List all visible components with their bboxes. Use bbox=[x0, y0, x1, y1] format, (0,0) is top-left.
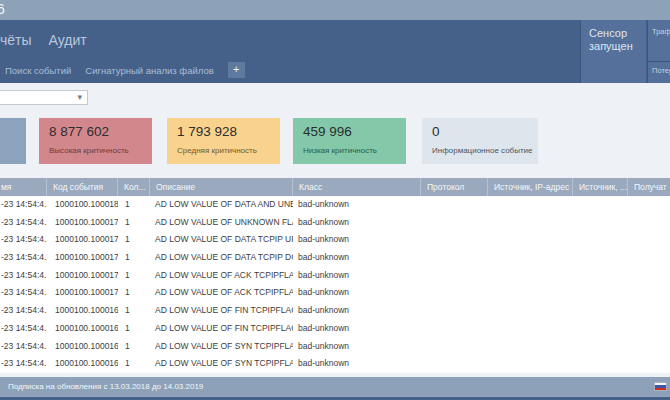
table-cell: bad-unknown bbox=[293, 302, 421, 320]
table-cell: 1000100.1000172 bbox=[47, 267, 118, 285]
table-cell bbox=[628, 284, 670, 302]
table-cell bbox=[488, 196, 573, 214]
card-value: 8 877 602 bbox=[49, 124, 152, 140]
table-cell bbox=[421, 302, 488, 320]
table-cell: AD LOW VALUE OF DATA AND UNE... bbox=[150, 196, 293, 214]
column-header[interactable]: Описание bbox=[150, 178, 293, 196]
menu-item-reports[interactable]: чёты bbox=[0, 32, 32, 48]
table-cell: 1 bbox=[118, 231, 150, 249]
table-cell bbox=[573, 231, 628, 249]
subscription-text: Подписка на обновления с 13.03.2018 до 1… bbox=[8, 382, 203, 391]
table-row[interactable]: -23 14:54:4...1000100.10001721AD LOW VAL… bbox=[0, 267, 670, 285]
table-cell bbox=[628, 320, 670, 338]
table-cell bbox=[628, 267, 670, 285]
table-cell: 1000100.1000176 bbox=[47, 231, 118, 249]
table-cell bbox=[421, 320, 488, 338]
table-cell bbox=[488, 267, 573, 285]
table-row[interactable]: -23 14:54:4...1000100.10001681AD LOW VAL… bbox=[0, 302, 670, 320]
table-row[interactable]: -23 14:54:4...1000100.10001641AD LOW VAL… bbox=[0, 338, 670, 356]
table-cell: 1000100.1000178 bbox=[47, 214, 118, 232]
table-body: -23 14:54:4...1000100.10001801AD LOW VAL… bbox=[0, 196, 670, 373]
table-cell: bad-unknown bbox=[293, 196, 421, 214]
column-header[interactable]: Протокол bbox=[421, 178, 488, 196]
table-cell bbox=[628, 338, 670, 356]
table-cell: 1000100.1000180 bbox=[47, 196, 118, 214]
table-row[interactable]: -23 14:54:4...1000100.10001741AD LOW VAL… bbox=[0, 249, 670, 267]
column-header[interactable]: Источник, IP-адрес bbox=[488, 178, 573, 196]
table-cell: AD LOW VALUE OF SYN TCPIPFLAG... bbox=[150, 338, 293, 356]
table-cell bbox=[573, 214, 628, 232]
card-label: Средняя критичность bbox=[177, 146, 280, 155]
filter-combobox[interactable]: ▾ bbox=[0, 90, 88, 105]
traffic-panel: Трафик Потери bbox=[647, 20, 670, 83]
table-cell: AD LOW VALUE OF UNKNOWN FLA... bbox=[150, 214, 293, 232]
column-header[interactable]: Класс bbox=[293, 178, 421, 196]
table-cell bbox=[628, 196, 670, 214]
sensor-status-line1: Сенсор bbox=[589, 27, 646, 40]
table-cell: 1000100.1000168 bbox=[47, 302, 118, 320]
window-title-fragment: 6 bbox=[0, 1, 5, 17]
table-row[interactable]: -23 14:54:4...1000100.10001701AD LOW VAL… bbox=[0, 284, 670, 302]
table-cell bbox=[628, 214, 670, 232]
table-cell: 1000100.1000164 bbox=[47, 338, 118, 356]
table-cell bbox=[421, 338, 488, 356]
table-row[interactable]: -23 14:54:4...1000100.10001801AD LOW VAL… bbox=[0, 196, 670, 214]
column-header[interactable]: Код события bbox=[47, 178, 118, 196]
table-cell bbox=[488, 302, 573, 320]
table-cell bbox=[488, 214, 573, 232]
table-cell: AD LOW VALUE OF DATA TCPIP UPL... bbox=[150, 231, 293, 249]
window-titlebar: 6 bbox=[0, 0, 670, 20]
table-cell bbox=[573, 302, 628, 320]
table-row[interactable]: -23 14:54:4...1000100.10001661AD LOW VAL… bbox=[0, 320, 670, 338]
table-cell bbox=[421, 284, 488, 302]
card-low-severity[interactable]: 459 996Низкая критичность bbox=[293, 118, 406, 164]
table-cell: bad-unknown bbox=[293, 231, 421, 249]
tab-signature-file-analysis[interactable]: Сигнатурный анализ файлов bbox=[85, 65, 213, 76]
column-header[interactable]: Кол... bbox=[118, 178, 150, 196]
card-value: 459 996 bbox=[303, 124, 406, 140]
chevron-down-icon[interactable]: ▾ bbox=[77, 91, 82, 104]
column-header[interactable]: Источник, ... bbox=[573, 178, 628, 196]
table-row[interactable]: -23 14:54:4...1000100.10001781AD LOW VAL… bbox=[0, 214, 670, 232]
menu-item-audit[interactable]: Аудит bbox=[49, 32, 87, 48]
table-cell bbox=[573, 320, 628, 338]
table-cell bbox=[573, 355, 628, 373]
table-cell: -23 14:54:4... bbox=[0, 249, 47, 267]
table-cell: -23 14:54:4... bbox=[0, 302, 47, 320]
add-tab-button[interactable]: + bbox=[228, 62, 245, 78]
tab-bar: Поиск событий Сигнатурный анализ файлов … bbox=[5, 61, 245, 79]
table-cell bbox=[488, 320, 573, 338]
column-header[interactable]: мя bbox=[0, 178, 47, 196]
table-cell: bad-unknown bbox=[293, 214, 421, 232]
table-cell bbox=[488, 231, 573, 249]
table-row[interactable]: -23 14:54:4...1000100.10001621AD LOW VAL… bbox=[0, 355, 670, 373]
packet-loss-label: Потери bbox=[648, 61, 670, 82]
table-cell: 1 bbox=[118, 355, 150, 373]
table-cell bbox=[573, 284, 628, 302]
card-partial[interactable] bbox=[0, 118, 26, 164]
table-cell: bad-unknown bbox=[293, 249, 421, 267]
table-cell: bad-unknown bbox=[293, 338, 421, 356]
card-info-events[interactable]: 0Информационное событие bbox=[422, 118, 538, 164]
card-high-severity[interactable]: 8 877 602Высокая критичность bbox=[39, 118, 152, 164]
table-cell: 1000100.1000174 bbox=[47, 249, 118, 267]
tab-event-search[interactable]: Поиск событий bbox=[5, 65, 71, 76]
card-medium-severity[interactable]: 1 793 928Средняя критичность bbox=[167, 118, 280, 164]
table-cell: bad-unknown bbox=[293, 320, 421, 338]
table-cell: 1 bbox=[118, 302, 150, 320]
table-cell: 1 bbox=[118, 338, 150, 356]
table-row[interactable]: -23 14:54:4...1000100.10001761AD LOW VAL… bbox=[0, 231, 670, 249]
table-cell: 1 bbox=[118, 214, 150, 232]
table-cell: -23 14:54:4... bbox=[0, 196, 47, 214]
language-flag-icon[interactable] bbox=[654, 382, 667, 391]
table-cell: 1 bbox=[118, 267, 150, 285]
table-cell bbox=[573, 249, 628, 267]
card-value: 1 793 928 bbox=[177, 124, 280, 140]
card-value: 0 bbox=[432, 124, 538, 140]
sensor-status-panel[interactable]: Сенсор запущен bbox=[580, 20, 646, 83]
table-cell bbox=[628, 249, 670, 267]
card-label: Низкая критичность bbox=[303, 146, 406, 155]
top-navigation: чётыАудит Поиск событий Сигнатурный анал… bbox=[0, 20, 670, 83]
column-header[interactable]: Получат bbox=[628, 178, 670, 196]
table-cell: 1 bbox=[118, 320, 150, 338]
